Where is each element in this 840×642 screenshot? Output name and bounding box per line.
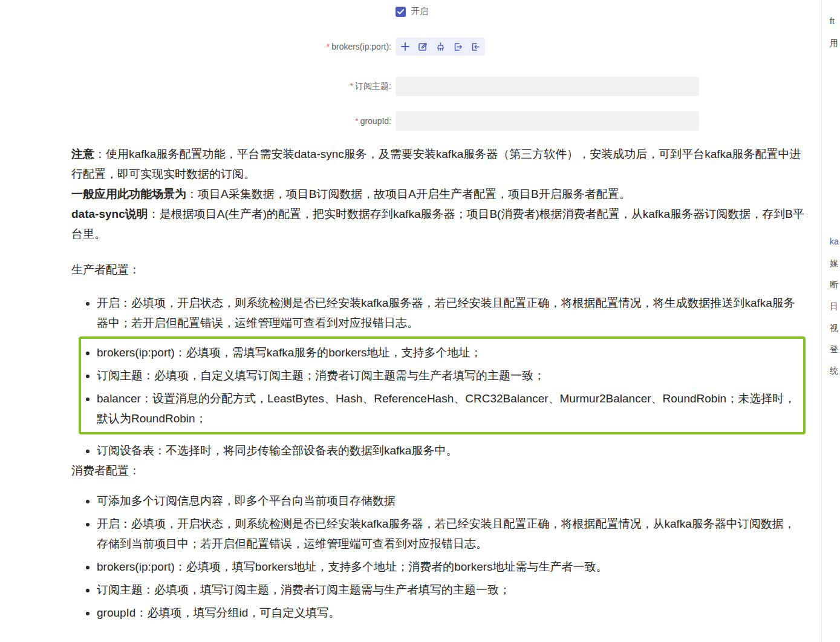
toc-item[interactable]: 媒 (830, 258, 838, 269)
list-item: groupId：必填项，填写分组id，可自定义填写。 (97, 603, 806, 623)
toc-item-active[interactable]: ka (830, 237, 839, 246)
import-icon[interactable] (469, 39, 481, 54)
required-asterisk: * (327, 42, 330, 51)
groupid-label: *groupId: (0, 116, 391, 126)
producer-heading: 生产者配置： (71, 260, 806, 280)
highlight-box: brokers(ip:port)：必填项，需填写kafka服务的borkers地… (79, 336, 806, 434)
list-item: 订阅主题：必填项，自定义填写订阅主题；消费者订阅主题需与生产者填写的主题一致； (97, 365, 797, 385)
brokers-toolbar (396, 38, 485, 56)
required-asterisk: * (355, 116, 358, 126)
toc-item[interactable]: ft (830, 16, 835, 26)
toc-sidebar: ft 用 ka 媒 断 日 视 登 统 (821, 0, 840, 642)
enable-row: 开启 (0, 6, 428, 17)
datasync-lead: data-sync说明 (71, 208, 148, 220)
scene-paragraph: 一般应用此功能场景为：项目A采集数据，项目B订阅数据，故项目A开启生产者配置，项… (71, 184, 806, 204)
check-icon (397, 9, 404, 15)
list-item: balancer：设置消息的分配方式，LeastBytes、Hash、Refer… (97, 388, 797, 428)
producer-list: 开启：必填项，开启状态，则系统检测是否已经安装kafka服务器，若已经安装且配置… (71, 293, 806, 333)
broom-icon[interactable] (434, 39, 446, 54)
enable-checkbox[interactable] (396, 7, 406, 17)
doc-content: 注意：使用kafka服务配置功能，平台需安装data-sync服务，及需要安装k… (71, 144, 806, 623)
toc-item[interactable]: 用 (830, 38, 838, 49)
list-item: 开启：必填项，开启状态，则系统检测是否已经安装kafka服务器，若已经安装且配置… (97, 514, 806, 554)
note-lead: 注意 (71, 148, 94, 160)
topic-row: *订阅主题: (0, 77, 699, 96)
producer-list-tail: 订阅设备表：不选择时，将同步传输全部设备表的数据到kafka服务中。 (71, 441, 806, 460)
consumer-heading: 消费者配置： (71, 460, 806, 480)
scene-lead: 一般应用此功能场景为 (71, 188, 186, 200)
toc-item[interactable]: 登 (830, 344, 838, 355)
toc-item[interactable]: 视 (830, 323, 838, 334)
toc-item[interactable]: 断 (830, 280, 838, 290)
edit-icon[interactable] (417, 39, 429, 54)
consumer-list: 可添加多个订阅信息内容，即多个平台向当前项目存储数据 开启：必填项，开启状态，则… (71, 491, 806, 623)
export-icon[interactable] (452, 39, 464, 54)
datasync-paragraph: data-sync说明：是根据项目A(生产者)的配置，把实时数据存到kafka服… (71, 204, 806, 244)
list-item: brokers(ip:port)：必填项，需填写kafka服务的borkers地… (97, 342, 797, 362)
list-item: 可添加多个订阅信息内容，即多个平台向当前项目存储数据 (97, 491, 806, 511)
topic-label: *订阅主题: (0, 81, 391, 92)
note-paragraph: 注意：使用kafka服务配置功能，平台需安装data-sync服务，及需要安装k… (71, 144, 806, 184)
brokers-row: *brokers(ip:port): (0, 38, 485, 56)
topic-input[interactable] (396, 77, 699, 96)
required-asterisk: * (350, 81, 353, 91)
groupid-input[interactable] (396, 111, 699, 131)
list-item: 订阅设备表：不选择时，将同步传输全部设备表的数据到kafka服务中。 (97, 441, 806, 460)
plus-icon[interactable] (399, 39, 411, 54)
toc-item[interactable]: 日 (830, 301, 838, 312)
list-item: brokers(ip:port)：必填项，填写borkers地址，支持多个地址；… (97, 557, 806, 577)
enable-checkbox-label: 开启 (411, 6, 428, 17)
list-item: 订阅主题：必填项，填写订阅主题，消费者订阅主题需与生产者填写的主题一致； (97, 580, 806, 600)
producer-highlighted-list: brokers(ip:port)：必填项，需填写kafka服务的borkers地… (81, 342, 797, 428)
list-item: 开启：必填项，开启状态，则系统检测是否已经安装kafka服务器，若已经安装且配置… (97, 293, 806, 333)
brokers-label: *brokers(ip:port): (0, 42, 391, 51)
toc-item[interactable]: 统 (830, 365, 838, 376)
groupid-row: *groupId: (0, 111, 699, 131)
